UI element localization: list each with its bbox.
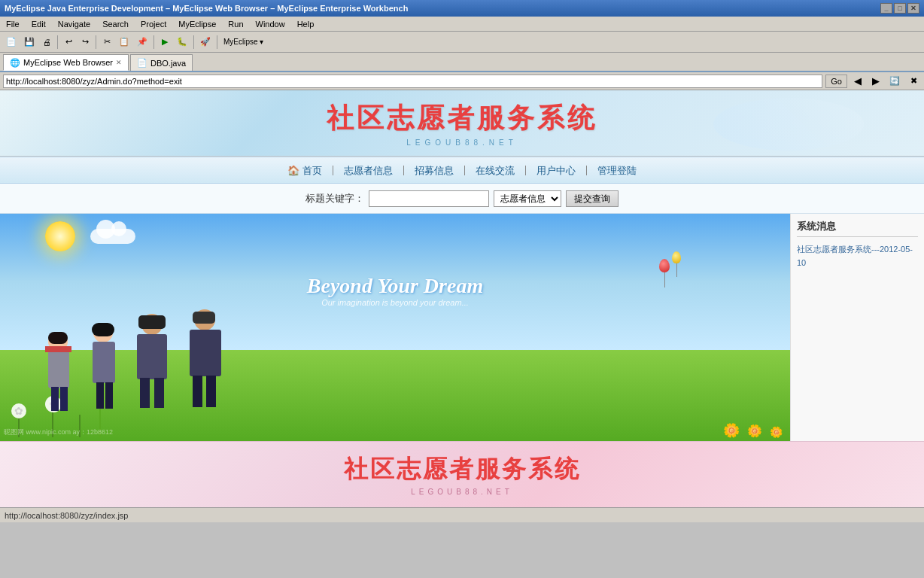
footer-banner: 社区志愿者服务系统 LEGOUB88.NET: [0, 441, 924, 507]
address-bar: Go ◀ ▶ 🔄 ✖: [0, 72, 924, 90]
menu-run[interactable]: Run: [225, 19, 246, 29]
banner-text: Beyond Your Dream Our imagination is bey…: [307, 274, 483, 307]
toolbar-extra1[interactable]: MyEclipse ▾: [220, 34, 266, 50]
svg-rect-15: [48, 351, 69, 388]
svg-rect-22: [96, 382, 104, 409]
toolbar-run-btn[interactable]: ▶: [157, 34, 172, 50]
balloon-red: [659, 259, 670, 287]
toolbar-sep5: [217, 35, 217, 49]
maximize-button[interactable]: □: [894, 3, 906, 14]
search-label: 标题关键字：: [305, 192, 364, 205]
toolbar-deploy-btn[interactable]: 🚀: [197, 34, 214, 50]
header-decoration: [713, 98, 864, 151]
search-input[interactable]: [369, 190, 489, 207]
header-banner: 社区志愿者服务系统 LEGOUB88.NET: [0, 90, 924, 157]
nav-home[interactable]: 🏠 首页: [277, 166, 333, 175]
menu-search[interactable]: Search: [99, 19, 132, 29]
tab-web-browser-close[interactable]: ✕: [116, 59, 122, 66]
tab-web-browser-icon: 🌐: [10, 58, 20, 68]
tab-web-browser-label: MyEclipse Web Browser: [23, 58, 113, 67]
close-button[interactable]: ✕: [907, 3, 919, 14]
menu-window[interactable]: Window: [253, 19, 288, 29]
footer-title: 社区志愿者服务系统: [344, 453, 581, 486]
menu-myeclipse[interactable]: MyEclipse: [175, 19, 219, 29]
svg-rect-17: [51, 387, 59, 411]
address-input[interactable]: [3, 75, 822, 88]
tab-dbo-java-label: DBO.java: [150, 59, 186, 68]
nav-refresh-button[interactable]: 🔄: [886, 73, 903, 90]
search-submit-button[interactable]: 提交查询: [566, 190, 619, 207]
menu-navigate[interactable]: Navigate: [55, 19, 93, 29]
nav-back-button[interactable]: ◀: [850, 73, 865, 90]
svg-rect-16: [45, 346, 71, 352]
main-content: ✿ ✿ 🌼 🌼 🌼 Beyond Your: [0, 214, 924, 441]
header-subtitle: LEGOUB88.NET: [406, 138, 518, 147]
svg-rect-25: [138, 315, 166, 329]
toolbar-redo-btn[interactable]: ↪: [78, 34, 93, 50]
menu-project[interactable]: Project: [138, 19, 169, 29]
search-bar: 标题关键字： 志愿者信息 招募信息 在线交流 提交查询: [0, 184, 924, 214]
menu-edit[interactable]: Edit: [29, 19, 49, 29]
address-go-button[interactable]: Go: [825, 75, 847, 88]
cloud-1: [90, 229, 135, 244]
sidebar-news-item-0[interactable]: 社区志愿者服务系统---2012-05-10: [797, 243, 918, 269]
person-2: [83, 321, 124, 418]
nav-volunteer-info[interactable]: 志愿者信息: [333, 166, 404, 175]
svg-rect-32: [193, 376, 202, 407]
sidebar-title: 系统消息: [797, 220, 918, 237]
banner-watermark: 昵图网 www.nipic.com ay：12b8612: [4, 427, 113, 437]
toolbar-cut-btn[interactable]: ✂: [99, 34, 114, 50]
nav-admin[interactable]: 管理登陆: [587, 166, 647, 175]
svg-rect-18: [60, 387, 68, 411]
toolbar-print-btn[interactable]: 🖨: [39, 34, 54, 50]
svg-rect-27: [140, 378, 150, 408]
search-category-select[interactable]: 志愿者信息 招募信息 在线交流: [494, 190, 561, 207]
sidebar: 系统消息 社区志愿者服务系统---2012-05-10: [790, 214, 924, 441]
window-controls[interactable]: _ □ ✕: [880, 3, 919, 14]
person-4: [181, 309, 229, 418]
person-3: [128, 313, 177, 418]
banner-image-area: ✿ ✿ 🌼 🌼 🌼 Beyond Your: [0, 214, 790, 441]
svg-rect-33: [206, 376, 216, 407]
nav-forum[interactable]: 在线交流: [465, 166, 526, 175]
svg-rect-31: [190, 330, 221, 376]
nav-forward-button[interactable]: ▶: [868, 73, 883, 90]
status-url: http://localhost:8080/zyz/index.jsp: [5, 511, 128, 520]
toolbar-new-btn[interactable]: 📄: [3, 34, 20, 50]
toolbar-copy-btn[interactable]: 📋: [116, 34, 132, 50]
menu-file[interactable]: File: [3, 19, 23, 29]
toolbar-undo-btn[interactable]: ↩: [61, 34, 76, 50]
tab-dbo-java-icon: 📄: [137, 58, 147, 68]
nav-stop-button[interactable]: ✖: [906, 73, 921, 90]
sidebar-content: 社区志愿者服务系统---2012-05-10: [797, 243, 918, 269]
footer-subtitle: LEGOUB88.NET: [411, 488, 513, 496]
banner-sub-text: Our imagination is beyond your dream...: [307, 298, 483, 307]
nav-recruit[interactable]: 招募信息: [404, 166, 465, 175]
toolbar-sep3: [153, 35, 154, 49]
minimize-button[interactable]: _: [880, 3, 892, 14]
header-title: 社区志愿者服务系统: [327, 100, 597, 137]
toolbar-paste-btn[interactable]: 📌: [134, 34, 150, 50]
toolbar-debug-btn[interactable]: 🐛: [174, 34, 190, 50]
toolbar-save-btn[interactable]: 💾: [21, 34, 38, 50]
svg-rect-26: [137, 334, 167, 379]
banner-sun: [45, 221, 75, 251]
webpage: 社区志愿者服务系统 LEGOUB88.NET 🏠 首页 志愿者信息 招募信息 在…: [0, 90, 924, 507]
toolbar-sep4: [193, 35, 194, 49]
tab-bar: 🌐 MyEclipse Web Browser ✕ 📄 DBO.java: [0, 53, 924, 72]
flowers-right: 🌼 🌼 🌼: [723, 424, 783, 437]
svg-rect-23: [105, 382, 113, 409]
menu-help[interactable]: Help: [294, 19, 318, 29]
nav-user-center[interactable]: 用户中心: [526, 166, 587, 175]
nav-bar: 🏠 首页 志愿者信息 招募信息 在线交流 用户中心 管理登陆: [0, 157, 924, 184]
tab-web-browser[interactable]: 🌐 MyEclipse Web Browser ✕: [3, 54, 129, 71]
status-bar: http://localhost:8080/zyz/index.jsp: [0, 507, 924, 522]
tab-dbo-java[interactable]: 📄 DBO.java: [130, 54, 193, 71]
svg-rect-20: [92, 323, 114, 336]
title-bar: MyEclipse Java Enterprise Development – …: [0, 0, 924, 17]
browser-content: 社区志愿者服务系统 LEGOUB88.NET 🏠 首页 志愿者信息 招募信息 在…: [0, 90, 924, 507]
toolbar-sep1: [57, 35, 58, 49]
menu-bar: File Edit Navigate Search Project MyEcli…: [0, 17, 924, 32]
svg-rect-21: [93, 342, 115, 383]
window-title: MyEclipse Java Enterprise Development – …: [5, 4, 408, 13]
